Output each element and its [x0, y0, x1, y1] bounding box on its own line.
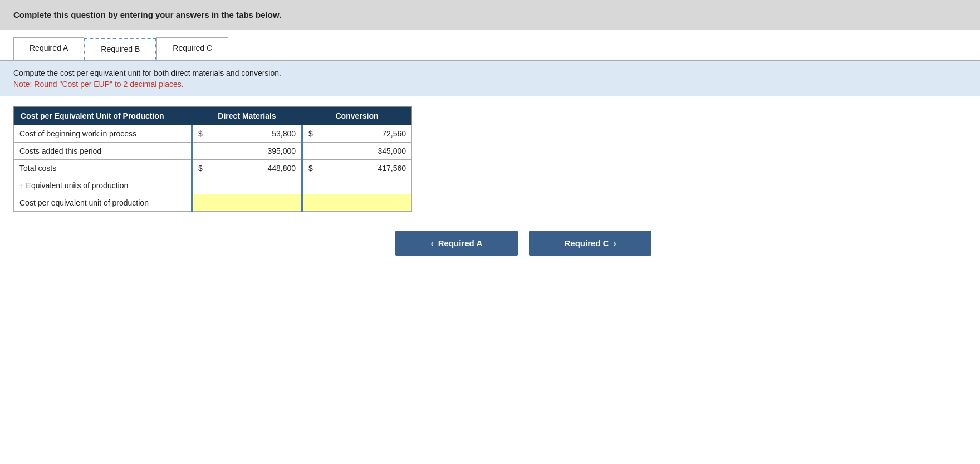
row-col1-4[interactable]	[192, 194, 302, 212]
instruction-box: Compute the cost per equivalent unit for…	[0, 61, 980, 96]
header-banner: Complete this question by entering your …	[0, 0, 980, 30]
row-col1-3[interactable]	[192, 177, 302, 194]
input-col1-4[interactable]	[193, 194, 301, 211]
row-label-3: ÷ Equivalent units of production	[14, 177, 192, 194]
table-row: Cost per equivalent unit of production	[14, 194, 412, 212]
row-col1-2: $448,800	[192, 160, 302, 177]
prev-chevron-icon: ‹	[431, 238, 434, 248]
next-chevron-icon: ›	[614, 238, 616, 248]
row-col2-0: $72,560	[302, 125, 412, 143]
instruction-main: Compute the cost per equivalent unit for…	[13, 69, 967, 77]
content-area: Cost per Equivalent Unit of Production D…	[0, 96, 980, 222]
row-label-4: Cost per equivalent unit of production	[14, 194, 192, 212]
table-row: Total costs$448,800$417,560	[14, 160, 412, 177]
col-header-label: Cost per Equivalent Unit of Production	[14, 107, 192, 125]
row-col2-1: 345,000	[302, 143, 412, 160]
row-label-2: Total costs	[14, 160, 192, 177]
instruction-note: Note: Round "Cost per EUP" to 2 decimal …	[13, 80, 967, 89]
col-header-direct-materials: Direct Materials	[192, 107, 302, 125]
prev-button[interactable]: ‹ Required A	[395, 231, 518, 256]
input-col2-4[interactable]	[303, 194, 411, 211]
tab-required-a[interactable]: Required A	[13, 37, 84, 60]
row-col2-2: $417,560	[302, 160, 412, 177]
table-row: Cost of beginning work in process$53,800…	[14, 125, 412, 143]
next-button-label: Required C	[564, 238, 609, 248]
prev-button-label: Required A	[438, 238, 482, 248]
tab-required-c[interactable]: Required C	[156, 37, 228, 60]
next-button[interactable]: Required C ›	[529, 231, 651, 256]
row-col1-1: 395,000	[192, 143, 302, 160]
tab-required-b[interactable]: Required B	[84, 38, 156, 60]
nav-buttons-container: ‹ Required A Required C ›	[67, 222, 980, 265]
row-col1-0: $53,800	[192, 125, 302, 143]
input-col2-3[interactable]	[303, 177, 411, 194]
table-row: ÷ Equivalent units of production	[14, 177, 412, 194]
row-label-0: Cost of beginning work in process	[14, 125, 192, 143]
row-col2-4[interactable]	[302, 194, 412, 212]
cost-per-eup-table: Cost per Equivalent Unit of Production D…	[13, 106, 412, 212]
col-header-conversion: Conversion	[302, 107, 412, 125]
table-row: Costs added this period395,000345,000	[14, 143, 412, 160]
input-col1-3[interactable]	[193, 177, 301, 194]
header-text: Complete this question by entering your …	[13, 10, 281, 19]
tabs-container: Required A Required B Required C	[0, 30, 980, 61]
row-label-1: Costs added this period	[14, 143, 192, 160]
row-col2-3[interactable]	[302, 177, 412, 194]
